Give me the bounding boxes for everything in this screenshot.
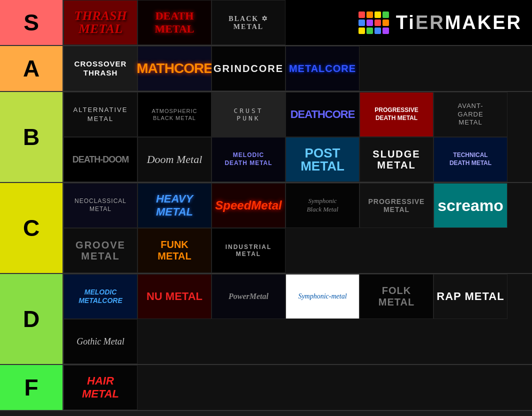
list-item: GROOVEMETAL [64,228,138,273]
list-item: MATHCORE [138,46,212,91]
logo-text: TiERMAKER [396,12,522,34]
list-item: PROGRESSIVEMETAL [360,183,434,228]
list-item: AVANT-GARDEMETAL [434,92,508,137]
a-tier-label: A [0,46,62,91]
list-item: METALCORE [286,46,360,91]
b-tier-label: B [0,92,62,182]
list-item: TECHNICALDEATH METAL [434,137,508,182]
c-tier-label: C [0,183,62,273]
list-item: FUNKMETAL [138,228,212,273]
b-tier-items: ALTERNATIVEMETAL ATMOSPHERICBLACK METAL … [62,92,532,182]
d-tier-items: MELODICMETALCORE NU METAL PowerMetal Sym… [62,274,532,364]
list-item: DEATHMETAL [138,0,212,45]
list-item: MELODICMETALCORE [64,274,138,319]
list-item: MELODICDEATH METAL [212,137,286,182]
d-tier-row: D MELODICMETALCORE NU METAL PowerMetal [0,274,532,365]
logo-grid [358,12,389,34]
s-tier-items: THRASHMETAL DEATHMETAL BLACK ✡METAL [62,0,532,45]
app-container: S THRASHMETAL DEATHMETAL BLACK ✡METAL [0,0,532,411]
list-item: NU METAL [138,274,212,319]
list-item: DEATHCORE [286,92,360,137]
list-item: SLUDGEMETAL [360,137,434,182]
list-item: ALTERNATIVEMETAL [64,92,138,137]
tiermaker-header: TiERMAKER [286,0,532,45]
s-tier-row: S THRASHMETAL DEATHMETAL BLACK ✡METAL [0,0,532,46]
list-item: GRINDCORE [212,46,286,91]
list-item: Doom Metal [138,137,212,182]
tiermaker-logo: TiERMAKER [358,12,522,34]
list-item: BLACK ✡METAL [212,0,286,45]
list-item: SpeedMetal [212,183,286,228]
list-item: Symphonic-metal [286,274,360,319]
list-item: ATMOSPHERICBLACK METAL [138,92,212,137]
a-tier-items: CROSSOVERTHRASH MATHCORE GRINDCORE METAL… [62,46,532,91]
d-tier-label: D [0,274,62,364]
list-item: Gothic Metal [64,319,138,364]
f-tier-row: F HAIRMETAL [0,365,532,411]
list-item: INDUSTRIALMETAL [212,228,286,273]
a-tier-row: A CROSSOVERTHRASH MATHCORE GRINDCORE M [0,46,532,92]
f-tier-items: HAIRMETAL [62,365,532,410]
list-item: PowerMetal [212,274,286,319]
list-item: FOLKMETAL [360,274,434,319]
list-item: THRASHMETAL [64,0,138,45]
b-tier-row: B ALTERNATIVEMETAL ATMOSPHERICBLACK META… [0,92,532,183]
list-item: POSTMETAL [286,137,360,182]
s-tier-label: S [0,0,62,45]
list-item: CRUSTPUNK [212,92,286,137]
list-item: screamo [434,183,508,228]
f-tier-label: F [0,365,62,410]
list-item: HAIRMETAL [64,365,138,410]
c-tier-row: C NEOCLASSICALMETAL HEAVYMETAL SpeedMeta… [0,183,532,274]
thrash-metal-item: THRASHMETAL [64,0,137,44]
list-item: NEOCLASSICALMETAL [64,183,138,228]
list-item: DEATH-DOOM [64,137,138,182]
list-item: SymphonicBlack Metal [286,183,360,228]
list-item: RAP METAL [434,274,508,319]
list-item: CROSSOVERTHRASH [64,46,138,91]
c-tier-items: NEOCLASSICALMETAL HEAVYMETAL SpeedMetal … [62,183,532,273]
list-item: HEAVYMETAL [138,183,212,228]
list-item: PROGRESSIVEDEATH METAL [360,92,434,137]
